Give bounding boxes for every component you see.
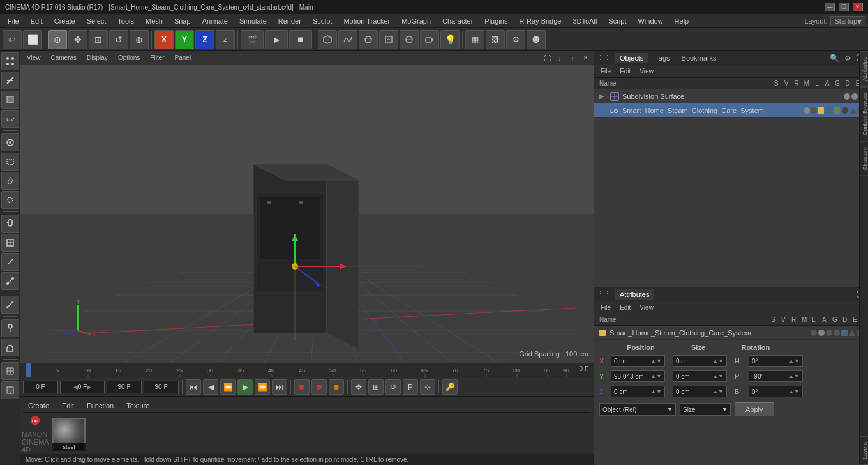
- attributes-tab[interactable]: Attributes: [615, 289, 654, 300]
- vp-expand-icon[interactable]: ⛶: [541, 52, 553, 64]
- menu-help[interactable]: Help: [670, 16, 694, 26]
- ind-2[interactable]: [818, 330, 825, 336]
- layers-side-tab[interactable]: Layers: [860, 436, 868, 465]
- close-button[interactable]: ✕: [853, 3, 863, 11]
- obj-dot-s[interactable]: [804, 107, 810, 114]
- scale-tool-button[interactable]: ⊞: [89, 30, 108, 49]
- vp-display-menu[interactable]: Display: [83, 54, 112, 62]
- obj-file-menu[interactable]: File: [597, 67, 615, 75]
- obj-view-menu[interactable]: View: [636, 67, 657, 75]
- render-active-button[interactable]: 🖼: [486, 30, 505, 49]
- attr-view-menu[interactable]: View: [636, 303, 657, 312]
- deformer-button[interactable]: [379, 30, 398, 49]
- select-live-button[interactable]: [1, 133, 19, 151]
- vp-view-menu[interactable]: View: [23, 54, 45, 62]
- obj-expand-1[interactable]: ▶: [599, 93, 607, 100]
- timeline-playhead[interactable]: [26, 363, 31, 377]
- attr-object-row[interactable]: Smart_Home_Steam_Clothing_Care_System: [594, 326, 868, 340]
- menu-motion-tracker[interactable]: Motion Tracker: [338, 16, 395, 26]
- menu-mograph[interactable]: MoGraph: [396, 16, 436, 26]
- bookmarks-tab[interactable]: Bookmarks: [677, 53, 722, 63]
- timeline-ruler[interactable]: 0 5 10 15 20 25 30 35 40 45 50: [20, 363, 594, 377]
- coord-system-dropdown[interactable]: Object (Rel) ▼: [599, 403, 676, 416]
- vp-filter-menu[interactable]: Filter: [146, 54, 168, 62]
- record-button[interactable]: ⏺: [294, 379, 310, 395]
- mode-poly-button[interactable]: [1, 91, 19, 109]
- grid2-button[interactable]: [1, 381, 19, 399]
- viewport[interactable]: Perspective: [20, 65, 594, 363]
- obj-dot-v[interactable]: [811, 107, 817, 114]
- rotation-p-field[interactable]: -90° ▲▼: [749, 370, 803, 382]
- position-x-field[interactable]: 0 cm ▲▼: [611, 355, 665, 367]
- select-free-button[interactable]: [1, 191, 19, 209]
- rotate-gizmo-button[interactable]: ↺: [385, 379, 401, 395]
- play-button[interactable]: ▶: [237, 379, 253, 395]
- transform-button[interactable]: [1, 234, 19, 252]
- obj-color-square[interactable]: [818, 107, 824, 114]
- current-frame-field[interactable]: 0 F: [23, 381, 58, 393]
- select-tool-button[interactable]: ⊕: [48, 30, 67, 49]
- play-backward-button[interactable]: ◀: [203, 379, 218, 395]
- menu-animate[interactable]: Animate: [197, 16, 233, 26]
- render-settings-button[interactable]: ⚙: [506, 30, 525, 49]
- menu-3dtoall[interactable]: 3DToAll: [567, 16, 602, 26]
- apply-button[interactable]: Apply: [735, 402, 774, 416]
- move-gizmo-button[interactable]: ✥: [351, 379, 366, 395]
- keyframe-button[interactable]: 🔑: [442, 379, 458, 395]
- vp-close-icon[interactable]: ✕: [580, 52, 591, 64]
- end-frame-field[interactable]: 90 F: [107, 381, 142, 393]
- rotation-b-field[interactable]: 0° ▲▼: [749, 386, 803, 397]
- table-row[interactable]: ▶ Subdivision Surface: [594, 89, 868, 103]
- position-gizmo-button[interactable]: P: [403, 379, 418, 395]
- attributes-side-tab[interactable]: Attributes: [860, 51, 868, 87]
- menu-plugins[interactable]: Plugins: [479, 16, 513, 26]
- menu-mesh[interactable]: Mesh: [140, 16, 168, 26]
- layout-selector[interactable]: Layout: Startup ▼: [804, 16, 865, 26]
- menu-snap[interactable]: Snap: [169, 16, 196, 26]
- mat-create-menu[interactable]: Create: [23, 400, 54, 411]
- play-region-button[interactable]: ▶: [265, 30, 288, 49]
- redo-button[interactable]: ⬜: [23, 30, 42, 49]
- menu-script[interactable]: Script: [603, 16, 631, 26]
- menu-simulate[interactable]: Simulate: [234, 16, 272, 26]
- vp-down-icon[interactable]: ↓: [554, 52, 565, 64]
- move-tool-button[interactable]: ✥: [68, 30, 87, 49]
- film-button[interactable]: 🎬: [241, 30, 264, 49]
- menu-create[interactable]: Create: [49, 16, 80, 26]
- obj-s-indicator[interactable]: [844, 93, 850, 100]
- go-last-button[interactable]: ⏭: [272, 379, 287, 395]
- scene-button[interactable]: [400, 30, 419, 49]
- tags-tab[interactable]: Tags: [650, 53, 675, 63]
- size-x-field[interactable]: 0 cm ▲▼: [673, 355, 727, 367]
- obj-edit-menu[interactable]: Edit: [616, 67, 634, 75]
- position-z-field[interactable]: 0 cm ▲▼: [611, 386, 665, 397]
- light-button[interactable]: 💡: [440, 30, 460, 49]
- stop-button[interactable]: ⏹: [289, 30, 312, 49]
- paint-button[interactable]: [1, 319, 19, 337]
- table-row[interactable]: LO Smart_Home_Steam_Clothing_Care_System: [594, 103, 868, 118]
- menu-character[interactable]: Character: [437, 16, 478, 26]
- menu-render[interactable]: Render: [273, 16, 306, 26]
- menu-tools[interactable]: Tools: [112, 16, 139, 26]
- measure-button[interactable]: [1, 296, 19, 314]
- scale-gizmo-button[interactable]: ⊞: [368, 379, 384, 395]
- minimize-button[interactable]: —: [825, 3, 835, 11]
- bridge-button[interactable]: [1, 272, 19, 290]
- start-frame-field[interactable]: ◀ 0 F ▶: [60, 381, 105, 393]
- add-tool-button[interactable]: ⊕: [130, 30, 149, 49]
- camera-button[interactable]: [420, 30, 439, 49]
- z-axis-button[interactable]: Z: [195, 30, 214, 49]
- vp-panel-menu[interactable]: Panel: [171, 54, 195, 62]
- render-to-po-button[interactable]: ☻: [527, 30, 546, 49]
- obj-v-indicator[interactable]: [851, 93, 858, 100]
- render-region-button[interactable]: ▦: [465, 30, 484, 49]
- material-steel[interactable]: steel: [52, 418, 86, 451]
- rotate-tool-button[interactable]: ↺: [109, 30, 128, 49]
- menu-select[interactable]: Select: [82, 16, 112, 26]
- step-forward-button[interactable]: ⏩: [255, 379, 270, 395]
- maximize-button[interactable]: ☐: [839, 3, 849, 11]
- cube-button[interactable]: [318, 30, 337, 49]
- settings-icon[interactable]: ⚙: [844, 54, 851, 63]
- mode-edges-button[interactable]: [1, 72, 19, 89]
- menu-file[interactable]: File: [3, 16, 24, 26]
